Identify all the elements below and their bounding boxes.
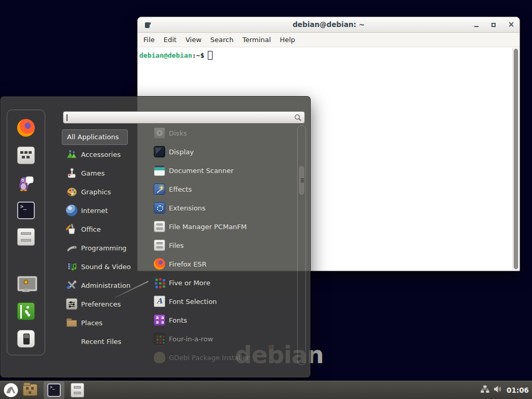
category-label: Internet — [81, 207, 108, 215]
package-manager-icon — [17, 147, 35, 164]
all-applications-button[interactable]: All Applications — [62, 129, 128, 145]
app-item-display[interactable]: Display — [148, 142, 296, 161]
terminal-titlebar[interactable]: debian@debian: ~ × — [138, 17, 520, 33]
category-administration[interactable]: Administration — [62, 276, 146, 295]
menu-button[interactable] — [3, 382, 19, 398]
file-manager-launcher[interactable] — [23, 384, 37, 396]
gdebi-icon — [154, 352, 165, 363]
menu-file[interactable]: File — [143, 36, 155, 44]
file-manager-icon — [154, 221, 165, 232]
app-label: Extensions — [169, 204, 206, 212]
category-label: Games — [81, 169, 104, 177]
app-item-firefox-esr[interactable]: Firefox ESR — [148, 255, 296, 273]
system-tray: 01:06 — [481, 381, 529, 399]
category-programming[interactable]: Programming — [62, 238, 146, 257]
display-icon — [154, 146, 165, 157]
terminal-title: debian@debian: ~ — [138, 20, 520, 29]
close-button[interactable]: × — [507, 21, 515, 29]
terminal-cursor — [208, 51, 212, 60]
category-graphics[interactable]: Graphics — [62, 182, 146, 201]
five-or-more-icon — [154, 277, 165, 288]
menu-search[interactable]: Search — [210, 36, 234, 44]
app-item-five-or-more[interactable]: Five or More — [148, 273, 296, 292]
app-label: Five or More — [169, 279, 210, 287]
app-label: Files — [169, 242, 184, 249]
apps-scrollbar-thumb[interactable] — [298, 165, 305, 195]
app-item-four-in-a-row[interactable]: Four-in-a-row — [148, 329, 296, 348]
app-item-files[interactable]: Files — [148, 236, 296, 255]
favorite-shutdown[interactable] — [17, 330, 35, 348]
firefox-icon — [17, 119, 35, 137]
category-preferences[interactable]: Preferences — [62, 295, 146, 313]
category-label: Recent Files — [81, 338, 122, 345]
category-label: Places — [81, 319, 102, 327]
accessories-icon — [66, 149, 77, 160]
minimize-button[interactable] — [472, 21, 481, 29]
category-list: Accessories Games — [62, 145, 146, 351]
prompt-user: debian@debian — [139, 51, 192, 59]
category-office[interactable]: Office — [62, 220, 146, 238]
app-label: Document Scanner — [169, 167, 234, 175]
favorite-file-manager[interactable] — [17, 228, 35, 246]
app-item-disks[interactable]: Disks — [148, 124, 296, 142]
menu-view[interactable]: View — [185, 36, 202, 44]
programming-icon — [66, 242, 77, 254]
app-item-extensions[interactable]: Extensions — [148, 198, 296, 217]
app-label: Font Selection — [169, 298, 217, 305]
shutdown-icon — [17, 330, 35, 348]
pidgin-icon — [17, 174, 35, 192]
app-item-document-scanner[interactable]: Document Scanner — [148, 161, 296, 180]
terminal-scrollbar[interactable] — [512, 48, 519, 270]
category-sound-video[interactable]: Sound & Video — [62, 257, 146, 276]
games-icon — [66, 167, 77, 179]
favorite-logout[interactable] — [17, 302, 35, 320]
favorite-firefox[interactable] — [17, 119, 35, 137]
app-item-effects[interactable]: Effects — [148, 180, 296, 198]
favorite-software[interactable] — [17, 147, 35, 164]
taskbar: 01:06 — [0, 380, 532, 399]
terminal-prompt: debian@debian:~$ — [139, 51, 212, 60]
fonts-icon — [154, 314, 165, 326]
category-label: Graphics — [81, 188, 111, 196]
app-label: Display — [169, 148, 194, 156]
internet-globe-icon — [66, 205, 77, 216]
category-games[interactable]: Games — [62, 164, 146, 182]
favorite-pidgin[interactable] — [17, 174, 35, 192]
taskbar-clock[interactable]: 01:06 — [507, 386, 529, 394]
category-label: Programming — [81, 244, 127, 252]
preferences-icon — [66, 298, 77, 310]
network-icon[interactable] — [481, 385, 489, 395]
menu-edit[interactable]: Edit — [164, 36, 177, 44]
app-item-pcmanfm[interactable]: File Manager PCManFM — [148, 217, 296, 236]
favorite-lock-screen[interactable] — [17, 275, 35, 293]
search-icon — [294, 114, 302, 124]
files-launcher[interactable] — [71, 383, 84, 397]
category-places[interactable]: Places — [62, 313, 146, 332]
terminal-task-button[interactable] — [44, 381, 64, 399]
office-icon — [66, 223, 77, 235]
app-item-font-selection[interactable]: Font Selection — [148, 292, 296, 311]
document-scanner-icon — [154, 165, 165, 176]
volume-icon[interactable] — [494, 385, 502, 395]
logout-icon — [17, 302, 35, 320]
category-recent-files[interactable]: Recent Files — [62, 332, 146, 351]
app-label: Fonts — [169, 316, 187, 324]
apps-scrollbar[interactable] — [297, 125, 306, 365]
extensions-gear-icon — [154, 202, 165, 214]
app-item-fonts[interactable]: Fonts — [148, 311, 296, 329]
category-accessories[interactable]: Accessories — [62, 145, 146, 164]
category-internet[interactable]: Internet — [62, 201, 146, 220]
search-input[interactable] — [63, 111, 305, 124]
menu-help[interactable]: Help — [280, 36, 295, 44]
favorite-terminal[interactable] — [17, 202, 35, 219]
lock-screen-icon — [17, 275, 35, 293]
menu-terminal[interactable]: Terminal — [242, 36, 271, 44]
maximize-button[interactable] — [489, 21, 498, 29]
terminal-scrollbar-thumb[interactable] — [514, 49, 518, 269]
places-folder-icon — [66, 317, 77, 328]
firefox-icon — [154, 258, 165, 270]
category-label: Sound & Video — [81, 263, 131, 271]
graphics-icon — [66, 186, 77, 197]
terminal-icon — [47, 383, 61, 397]
app-item-gdebi[interactable]: GDebi Package Installer — [148, 348, 296, 367]
